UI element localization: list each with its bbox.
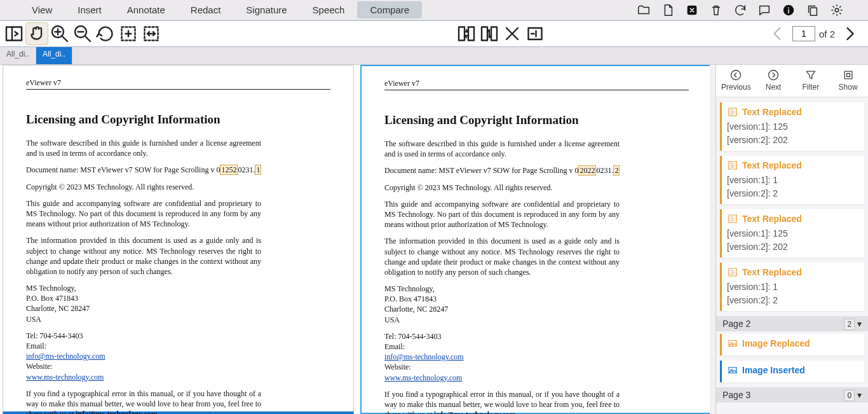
hand-tool-icon[interactable] [25, 22, 48, 45]
svg-rect-13 [491, 27, 497, 41]
diff-item[interactable]: Text Replaced [version:1]: 125 [version:… [720, 102, 864, 151]
compare-sync-icon[interactable] [478, 22, 501, 45]
diff-show-button[interactable]: Show [831, 69, 865, 92]
diff-type-label: Image Inserted [742, 365, 805, 375]
diff-item[interactable]: Text Replaced [version:1]: 1 [version:2]… [720, 263, 864, 311]
para-copyright: Copyright © 2023 MS Technology. All righ… [384, 183, 689, 193]
panel-toggle-icon[interactable] [3, 22, 25, 45]
zoom-in-icon[interactable] [48, 22, 71, 45]
diff-filter-button[interactable]: Filter [794, 69, 828, 92]
para-feedback: If you find a typographical error in thi… [26, 389, 261, 414]
diff-item[interactable]: Text Replaced [version:1]: 1 [version:2]… [720, 156, 864, 204]
menu-speech[interactable]: Speech [300, 1, 358, 18]
document-compare-area: eViewer v7 Licensing and Copyright Infor… [0, 65, 715, 414]
diff-list[interactable]: Text Replaced [version:1]: 125 [version:… [716, 97, 868, 414]
para-confidential: This guide and accompanying software are… [26, 198, 261, 230]
text-diff-icon[interactable] [524, 22, 546, 45]
diff-type-label: Text Replaced [742, 267, 802, 277]
website-link[interactable]: www.ms-technology.com [26, 373, 104, 382]
page-header: eViewer v7 [384, 79, 419, 88]
prev-page-icon[interactable] [766, 22, 789, 45]
para-confidential: This guide and accompanying software are… [384, 199, 620, 230]
zoom-out-icon[interactable] [71, 22, 94, 45]
page-title: Licensing and Copyright Information [26, 113, 330, 127]
diff-version-line: [version:2]: 202 [727, 240, 859, 254]
comment-icon[interactable] [757, 3, 771, 17]
diff-version-line: [version:2]: 2 [727, 187, 859, 200]
diff-page-marker-2[interactable]: Page 2 2 ▾ [716, 316, 868, 331]
diff-count-badge: 0 [844, 390, 855, 401]
new-file-icon[interactable] [661, 3, 675, 17]
menu-view[interactable]: View [19, 1, 65, 18]
diff-item[interactable]: Image Replaced [720, 334, 864, 355]
diff-version-line: [version:2]: 202 [727, 134, 859, 147]
close-black-icon[interactable] [685, 3, 699, 17]
para-feedback: If you find a typographical error in thi… [384, 389, 620, 414]
diff-type-label: Image Replaced [742, 338, 810, 348]
compare-page-left[interactable]: eViewer v7 Licensing and Copyright Infor… [3, 65, 354, 414]
doc-tab-1[interactable]: All_di.. [0, 47, 36, 64]
contact-block: Tel: 704-544-3403 Email: info@ms-technol… [26, 331, 330, 382]
email-link[interactable]: info@ms-technology.com [26, 352, 105, 361]
settings-icon[interactable] [830, 3, 844, 17]
delete-icon[interactable] [709, 3, 723, 17]
diff-item[interactable]: Text Replaced [version:1]: 125 [version:… [720, 209, 864, 258]
doc-scrollbar[interactable] [710, 65, 715, 414]
diff-version-line: [version:1]: 1 [727, 280, 859, 294]
main-area: eViewer v7 Licensing and Copyright Infor… [0, 65, 868, 414]
refresh-icon[interactable] [733, 3, 747, 17]
rotate-icon[interactable] [94, 22, 117, 45]
diff-type-label: Text Replaced [742, 214, 802, 224]
copy-icon[interactable] [806, 3, 820, 17]
fit-width-icon[interactable] [140, 22, 163, 45]
para-license: The software described in this guide is … [384, 139, 620, 159]
diff-highlight-1: 1252 [220, 165, 238, 175]
page-number-input[interactable] [792, 26, 815, 41]
compare-swap-icon[interactable] [455, 22, 478, 45]
svg-rect-5 [6, 27, 22, 41]
svg-rect-17 [844, 71, 852, 79]
website-link[interactable]: www.ms-technology.com [384, 373, 462, 382]
chevron-down-icon[interactable]: ▾ [857, 319, 862, 329]
menu-redact[interactable]: Redact [178, 1, 234, 18]
svg-rect-10 [459, 27, 465, 41]
page-header: eViewer v7 [26, 78, 61, 87]
info-icon[interactable] [782, 3, 796, 17]
menu-annotate[interactable]: Annotate [114, 1, 178, 18]
toolbar: of 2 [0, 20, 868, 47]
para-info: The information provided in this documen… [26, 235, 261, 277]
menu-compare[interactable]: Compare [357, 1, 422, 18]
diff-next-button[interactable]: Next [756, 69, 790, 92]
para-license: The software described in this guide is … [26, 138, 261, 158]
diff-highlight-1: 2022 [578, 165, 596, 176]
page-title: Licensing and Copyright Information [384, 113, 689, 127]
address-block: MS Technology, P.O. Box 471843 Charlotte… [26, 283, 330, 324]
compare-page-right[interactable]: eViewer v7 Licensing and Copyright Infor… [360, 65, 713, 414]
svg-rect-12 [482, 27, 487, 41]
page-nav: of 2 [766, 22, 862, 45]
folder-open-icon[interactable] [637, 3, 651, 17]
svg-rect-3 [810, 8, 817, 15]
diff-prev-button[interactable]: Previous [719, 69, 753, 92]
contact-block: Tel: 704-544-3403 Email: info@ms-technol… [384, 331, 689, 383]
doc-tab-2[interactable]: All_di.. [36, 47, 72, 64]
menu-insert[interactable]: Insert [65, 1, 114, 18]
fit-page-icon[interactable] [117, 22, 140, 45]
para-docname: Document name: MST eViewer v7 SOW for Pa… [26, 165, 330, 175]
diff-page-marker-3[interactable]: Page 3 0 ▾ [716, 387, 868, 403]
diff-version-line: [version:2]: 2 [727, 294, 859, 307]
page-total-label: of 2 [819, 29, 835, 39]
menu-signature[interactable]: Signature [233, 1, 299, 18]
close-compare-icon[interactable] [501, 22, 524, 45]
svg-point-4 [835, 8, 839, 12]
document-tabs: All_di.. All_di.. [0, 47, 868, 65]
next-page-icon[interactable] [839, 22, 862, 45]
diff-version-line: [version:1]: 1 [727, 174, 859, 187]
address-block: MS Technology, P.O. Box 471843 Charlotte… [384, 284, 689, 325]
diff-item[interactable]: Image Inserted [720, 361, 864, 382]
chevron-down-icon[interactable]: ▾ [857, 390, 862, 400]
svg-point-15 [731, 71, 741, 80]
diff-type-label: Text Replaced [742, 107, 802, 117]
svg-rect-11 [468, 27, 474, 41]
email-link[interactable]: info@ms-technology.com [384, 352, 464, 361]
